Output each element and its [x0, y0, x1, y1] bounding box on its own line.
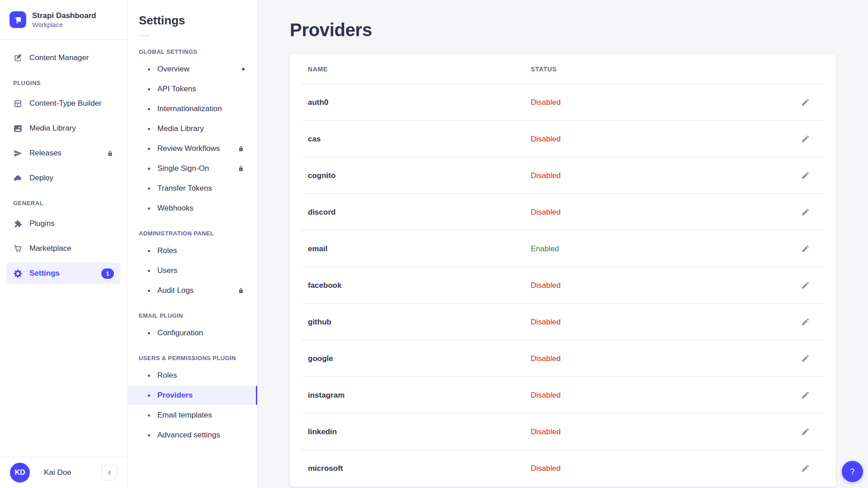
lock-icon: [237, 287, 245, 294]
settings-nav-item-configuration[interactable]: Configuration: [127, 324, 257, 343]
provider-name: auth0: [308, 98, 531, 107]
bullet-icon: [148, 168, 150, 170]
edit-provider-button[interactable]: [797, 314, 813, 330]
column-header-status: STATUS: [531, 66, 793, 73]
provider-row: instagramDisabled: [290, 377, 836, 413]
edit-provider-button[interactable]: [797, 388, 813, 403]
provider-name: google: [308, 354, 531, 363]
collapse-sidebar-button[interactable]: [102, 465, 117, 480]
bullet-icon: [148, 375, 150, 377]
bullet-icon: [148, 68, 150, 70]
pencil-icon: [801, 281, 810, 290]
providers-table: NAME STATUS auth0DisabledcasDisabledcogn…: [290, 54, 836, 487]
settings-nav-item-email-templates[interactable]: Email templates: [127, 406, 257, 425]
pencil-icon: [801, 317, 810, 327]
sidebar-item-marketplace[interactable]: Marketplace: [6, 238, 121, 259]
provider-status: Disabled: [531, 318, 793, 327]
bullet-icon: [148, 414, 150, 417]
provider-status: Disabled: [531, 354, 793, 363]
settings-nav-item-api-tokens[interactable]: API Tokens: [127, 80, 257, 99]
sidebar-item-label: Content-Type Builder: [29, 99, 102, 108]
settings-nav-item-review-workflows[interactable]: Review Workflows: [127, 139, 257, 158]
provider-status: Disabled: [531, 135, 793, 144]
subnav-item-label: API Tokens: [157, 84, 196, 94]
provider-status: Disabled: [531, 464, 793, 473]
edit-provider-button[interactable]: [797, 461, 813, 476]
settings-nav-item-transfer-tokens[interactable]: Transfer Tokens: [127, 179, 257, 198]
settings-nav-item-overview[interactable]: Overview: [127, 60, 257, 79]
provider-name: cognito: [308, 171, 531, 180]
subnav-item-label: Overview: [157, 65, 189, 74]
settings-nav-item-providers[interactable]: Providers: [127, 386, 257, 405]
subnav-item-label: Email templates: [157, 411, 212, 420]
strapi-logo-icon: [9, 11, 26, 28]
subnav-item-label: Users: [157, 266, 177, 275]
settings-nav-item-internationalization[interactable]: Internationalization: [127, 99, 257, 118]
subnav-section-label: USERS & PERMISSIONS PLUGIN: [139, 355, 246, 361]
cloud-icon: [13, 174, 23, 183]
provider-name: microsoft: [308, 464, 531, 473]
edit-provider-button[interactable]: [797, 168, 813, 183]
image-icon: [13, 124, 23, 133]
sidebar-item-content-type-builder[interactable]: Content-Type Builder: [6, 93, 121, 114]
provider-row: auth0Disabled: [290, 84, 836, 121]
title-divider: [139, 35, 150, 36]
provider-name: instagram: [308, 391, 531, 400]
sidebar-item-label: Marketplace: [29, 244, 71, 253]
sidebar-item-label: Releases: [29, 149, 61, 158]
main-content: Providers NAME STATUS auth0DisabledcasDi…: [258, 0, 868, 488]
pencil-icon: [801, 427, 810, 436]
edit-provider-button[interactable]: [797, 351, 813, 366]
provider-status: Disabled: [531, 171, 793, 180]
sidebar-item-deploy[interactable]: Deploy: [6, 167, 121, 189]
lock-icon: [237, 165, 245, 172]
subnav-item-label: Roles: [157, 371, 177, 380]
sidebar-item-releases[interactable]: Releases: [6, 142, 121, 164]
pencil-icon: [801, 134, 810, 144]
sidebar-section-label: GENERAL: [13, 200, 114, 206]
layout-icon: [13, 99, 23, 108]
settings-nav-item-audit-logs[interactable]: Audit Logs: [127, 281, 257, 300]
pencil-icon: [801, 244, 810, 253]
provider-status: Disabled: [531, 208, 793, 217]
subnav-item-label: Configuration: [157, 328, 203, 338]
lock-icon: [106, 150, 114, 157]
bullet-icon: [148, 88, 150, 90]
sidebar-item-label: Plugins: [29, 219, 55, 228]
edit-provider-button[interactable]: [797, 278, 813, 293]
settings-nav-item-roles[interactable]: Roles: [127, 366, 257, 385]
settings-nav-item-webhooks[interactable]: Webhooks: [127, 199, 257, 218]
edit-provider-button[interactable]: [797, 424, 813, 440]
table-header: NAME STATUS: [290, 54, 836, 84]
sidebar-item-plugins[interactable]: Plugins: [6, 213, 121, 235]
subnav-item-label: Advanced settings: [157, 431, 220, 440]
subnav-item-label: Roles: [157, 246, 177, 255]
pencil-icon: [801, 207, 810, 217]
subnav-section-label: GLOBAL SETTINGS: [139, 48, 246, 55]
edit-provider-button[interactable]: [797, 131, 813, 147]
edit-provider-button[interactable]: [797, 241, 813, 257]
provider-row: microsoftDisabled: [290, 450, 836, 487]
settings-nav-item-media-library[interactable]: Media Library: [127, 119, 257, 138]
settings-nav-item-single-sign-on[interactable]: Single Sign-On: [127, 159, 257, 178]
pencil-icon: [801, 390, 810, 400]
sidebar-item-content-manager[interactable]: Content Manager: [6, 47, 121, 69]
settings-nav-item-advanced-settings[interactable]: Advanced settings: [127, 426, 257, 445]
provider-row: githubDisabled: [290, 304, 836, 340]
bullet-icon: [148, 394, 150, 397]
main-sidebar: Strapi Dashboard Workplace Content Manag…: [0, 0, 127, 488]
settings-nav-item-users[interactable]: Users: [127, 261, 257, 280]
subnav-item-label: Webhooks: [157, 204, 193, 213]
provider-row: linkedinDisabled: [290, 413, 836, 450]
sidebar-item-settings[interactable]: Settings1: [6, 263, 121, 284]
notification-dot-icon: [242, 68, 245, 70]
paper-plane-icon: [13, 149, 23, 158]
settings-nav-item-roles[interactable]: Roles: [127, 241, 257, 260]
edit-provider-button[interactable]: [797, 95, 813, 110]
pencil-icon: [801, 464, 810, 473]
sidebar-item-media-library[interactable]: Media Library: [6, 117, 121, 139]
edit-provider-button[interactable]: [797, 205, 813, 220]
cart-icon: [13, 244, 23, 253]
help-button[interactable]: ?: [842, 461, 863, 482]
subnav-item-label: Providers: [157, 391, 193, 400]
